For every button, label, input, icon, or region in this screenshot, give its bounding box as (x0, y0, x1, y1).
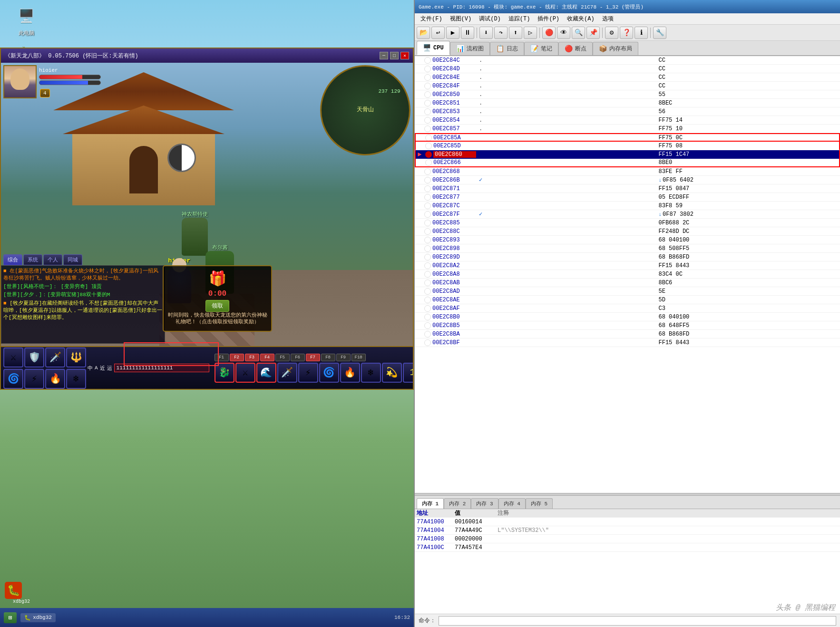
disasm-row-2[interactable]: 00E2C84E . CC (415, 73, 840, 82)
toolbar-str[interactable]: 📌 (586, 27, 600, 39)
bp-dot-16 (424, 194, 431, 201)
tab-breakpoints[interactable]: 🔴 断点 (558, 42, 593, 55)
disasm-row-1[interactable]: 00E2C84D . CC (415, 65, 840, 73)
menu-debug[interactable]: 调试(D) (475, 14, 505, 24)
tab-flowchart[interactable]: 📊 流程图 (450, 42, 490, 55)
disasm-row-23[interactable]: 00E2C89D 68 B868FD (415, 253, 840, 261)
toolbar-bp[interactable]: 🔴 (542, 27, 556, 39)
bytes-3: . (475, 83, 659, 89)
instr-14: ↓0F85 6402 (659, 177, 839, 183)
menu-file[interactable]: 文件(F) (417, 14, 446, 24)
disasm-row-8[interactable]: 00E2C857 . FF75 10 (415, 125, 840, 133)
toolbar-open[interactable]: 📂 (417, 27, 430, 39)
toolbar-settings[interactable]: ⚙ (605, 27, 618, 39)
command-input[interactable] (439, 616, 836, 626)
toolbar-run[interactable]: ▶ (446, 27, 459, 39)
mem-row-3[interactable]: 77A4100C 77A457E4 (415, 543, 840, 552)
bytes-1: . (475, 66, 659, 72)
disasm-row-11[interactable]: ► 00E2C860 FF15 1C47 (415, 150, 840, 159)
disasm-row-30[interactable]: 00E2C8B0 68 040100 (415, 313, 840, 321)
menu-view[interactable]: 视图(V) (446, 14, 476, 24)
disasm-row-26[interactable]: 00E2C8AB 8BC6 (415, 279, 840, 287)
restore-button[interactable]: □ (390, 52, 399, 59)
disasm-row-12[interactable]: 00E2C866 8BE0 (415, 159, 840, 167)
disasm-row-20[interactable]: 00E2C88C FF248D DC (415, 227, 840, 236)
toolbar-run2[interactable]: ▷ (524, 27, 537, 39)
disasm-row-7[interactable]: 00E2C854 . FF75 14 (415, 116, 840, 125)
close-button[interactable]: ✕ (400, 52, 409, 59)
toolbar-about[interactable]: ℹ (635, 27, 648, 39)
disasm-row-25[interactable]: 00E2C8A8 83C4 0C (415, 270, 840, 279)
mem-tab-3[interactable]: 内存 3 (471, 498, 498, 509)
memory-view[interactable]: 地址 值 注释 77A41000 00160014 77A41004 77A4A… (415, 509, 840, 614)
toolbar-ref[interactable]: 🔍 (572, 27, 585, 39)
disasm-row-5[interactable]: 00E2C851 . 8BEC (415, 99, 840, 107)
window-controls: ─ □ ✕ (380, 52, 409, 59)
addr-16: 00E2C877 (432, 194, 475, 201)
addr-27: 00E2C8AD (432, 288, 475, 295)
menu-options[interactable]: 选项 (598, 14, 617, 24)
disasm-row-17[interactable]: 00E2C87C 83F8 59 (415, 202, 840, 210)
disasm-row-13[interactable]: 00E2C868 83FE FF (415, 167, 840, 176)
mem-tab-4[interactable]: 内存 4 (498, 498, 526, 509)
bytes-13 (475, 168, 659, 175)
disasm-row-16[interactable]: 00E2C877 05 ECD8FF (415, 193, 840, 202)
mem-tab-1[interactable]: 内存 1 (417, 498, 444, 509)
disasm-row-24[interactable]: 00E2C8A2 FF15 8443 (415, 261, 840, 270)
toolbar-step-out[interactable]: ⬆ (509, 27, 522, 39)
bp-tab-icon: 🔴 (565, 45, 573, 53)
mem-row-0[interactable]: 77A41000 00160014 (415, 518, 840, 526)
toolbar-help[interactable]: ❓ (620, 27, 633, 39)
disasm-row-21[interactable]: 00E2C893 68 040100 (415, 236, 840, 244)
disasm-row-33[interactable]: 00E2C8BF FF15 8443 (415, 338, 840, 347)
minimize-button[interactable]: ─ (380, 52, 388, 59)
game-titlebar: 《新天龙八部》 0.05.7506 (怀旧一区:天若有情) ─ □ ✕ (1, 48, 413, 63)
instr-28: 5D (659, 297, 839, 303)
menu-plugin[interactable]: 插件(P) (534, 14, 563, 24)
disassembly-view[interactable]: 00E2C84C . CC 00E2C84D . CC 00E2C84E . C… (415, 56, 840, 493)
disasm-row-15[interactable]: 00E2C871 FF15 0847 (415, 184, 840, 193)
toolbar-step-into[interactable]: ⬇ (479, 27, 493, 39)
disasm-row-4[interactable]: 00E2C850 . 55 (415, 90, 840, 99)
desktop-icon-computer[interactable]: 🖥️ 此电脑 (10, 5, 43, 37)
bytes-25 (475, 271, 659, 278)
instr-6: 56 (659, 108, 839, 115)
disasm-row-18[interactable]: 00E2C87F ✓ ↓0F87 3802 (415, 210, 840, 219)
start-button[interactable]: ⊞ (4, 612, 17, 623)
disasm-row-22[interactable]: 00E2C898 68 508FF5 (415, 244, 840, 253)
tab-memory-map[interactable]: 📦 内存布局 (593, 42, 638, 55)
mem-row-2[interactable]: 77A41008 00020000 (415, 535, 840, 543)
disasm-row-9[interactable]: 00E2C85A FF75 0C (415, 133, 840, 142)
disasm-row-3[interactable]: 00E2C84F . CC (415, 82, 840, 90)
mem-tab-5[interactable]: 内存 5 (526, 498, 553, 509)
taskbar-xdbg32[interactable]: 🐛 xdbg32 (20, 613, 56, 622)
disasm-row-19[interactable]: 00E2C885 0FB688 2C (415, 219, 840, 227)
tab-cpu[interactable]: 🖥️ CPU (417, 41, 450, 55)
instr-0: CC (659, 57, 839, 64)
toolbar-pause[interactable]: ⏸ (461, 27, 474, 39)
disasm-row-10[interactable]: 00E2C85D FF75 08 (415, 142, 840, 150)
toolbar-extra[interactable]: 🔧 (653, 27, 666, 39)
mem-addr-2: 77A41008 (417, 536, 455, 542)
menu-favorites[interactable]: 收藏夹(A) (563, 14, 598, 24)
tab-log-label: 日志 (507, 45, 518, 53)
instr-3: CC (659, 83, 839, 89)
disasm-row-14[interactable]: 00E2C86B ✓ ↓0F85 6402 (415, 176, 840, 184)
disasm-row-31[interactable]: 00E2C8B5 68 648FF5 (415, 321, 840, 330)
toolbar-watch[interactable]: 👁 (557, 27, 570, 39)
taskbar-icon-xdbg32[interactable]: 🐛 xdbg32 (5, 582, 38, 604)
arrow-23 (417, 253, 424, 261)
disasm-row-29[interactable]: 00E2C8AF C3 (415, 304, 840, 313)
toolbar-back[interactable]: ↩ (431, 27, 445, 39)
tab-notes[interactable]: 📝 笔记 (524, 42, 558, 55)
menu-trace[interactable]: 追踪(T) (505, 14, 534, 24)
mem-tab-2[interactable]: 内存 2 (444, 498, 471, 509)
toolbar-step-over[interactable]: ↷ (494, 27, 508, 39)
mem-row-1[interactable]: 77A41004 77A4A49C L"\\SYSTEM32\\" (415, 526, 840, 535)
disasm-row-0[interactable]: 00E2C84C . CC (415, 56, 840, 65)
disasm-row-32[interactable]: 00E2C8BA 68 B868FD (415, 330, 840, 338)
tab-log[interactable]: 📋 日志 (490, 42, 524, 55)
disasm-row-28[interactable]: 00E2C8AE 5D (415, 296, 840, 304)
disasm-row-27[interactable]: 00E2C8AD 5E (415, 287, 840, 296)
disasm-row-6[interactable]: 00E2C853 . 56 (415, 107, 840, 116)
